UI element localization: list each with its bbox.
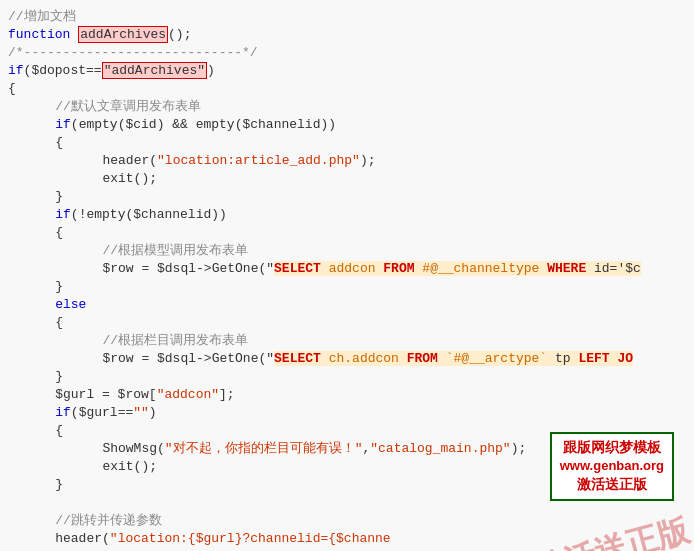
code-line-21: } [0,368,694,386]
code-text: { [8,80,16,98]
code-text: } [24,368,63,386]
code-line-7: if(empty($cid) && empty($channelid)) [0,116,694,134]
code-line-11: } [0,188,694,206]
comment-text: //增加文档 [8,8,76,26]
code-text: if($dopost=="addArchives") [8,62,215,80]
code-line-22: $gurl = $row["addcon"]; [0,386,694,404]
code-text: if(empty($cid) && empty($channelid)) [24,116,336,134]
code-line-20: $row = $dsql->GetOne("SELECT ch.addcon F… [0,350,694,368]
code-text: } [24,278,63,296]
code-text: $gurl = $row["addcon"]; [24,386,235,404]
code-text: { [24,314,63,332]
code-text: exit(); [40,170,157,188]
code-text: if(!empty($channelid)) [24,206,227,224]
code-editor: //增加文档 function addArchives(); /*-------… [0,0,694,551]
code-line-3: /*----------------------------*/ [0,44,694,62]
code-text: { [24,134,63,152]
watermark: 跟版网织梦模板 www.genban.org 激活送正版 [550,432,674,501]
code-text: header("location:article_add.php"); [40,152,376,170]
comment-text: //根据模型调用发布表单 [40,242,248,260]
watermark-line2: 激活送正版 [560,475,664,495]
code-line-15: $row = $dsql->GetOne("SELECT addcon FROM… [0,260,694,278]
code-line-8: { [0,134,694,152]
code-text: $row = $dsql->GetOne("SELECT ch.addcon F… [40,350,633,368]
code-line-16: } [0,278,694,296]
code-text: header("location:{$gurl}?channelid={$cha… [24,530,391,548]
code-line-30: header("location:{$gurl}?channelid={$cha… [0,530,694,548]
code-text: if($gurl=="") [24,404,157,422]
code-line-1: //增加文档 [0,8,694,26]
watermark-line1: 跟版网织梦模板 [560,438,664,458]
watermark-url: www.genban.org [560,457,664,475]
code-line-2: function addArchives(); [0,26,694,44]
code-text: $row = $dsql->GetOne("SELECT addcon FROM… [40,260,641,278]
code-line-19: //根据栏目调用发布表单 [0,332,694,350]
watermark-box: 跟版网织梦模板 www.genban.org 激活送正版 [550,432,674,501]
comment-text: //默认文章调用发布表单 [24,98,201,116]
code-line-14: //根据模型调用发布表单 [0,242,694,260]
code-line-5: { [0,80,694,98]
code-text: function addArchives(); [8,26,191,44]
code-line-6: //默认文章调用发布表单 [0,98,694,116]
code-text [8,494,16,512]
code-line-29: //跳转并传递参数 [0,512,694,530]
code-line-18: { [0,314,694,332]
code-text: } [24,188,63,206]
code-text: { [24,224,63,242]
comment-text: //根据栏目调用发布表单 [40,332,248,350]
code-line-10: exit(); [0,170,694,188]
code-text: { [24,422,63,440]
code-line-23: if($gurl=="") [0,404,694,422]
code-text: exit(); [40,458,157,476]
code-line-12: if(!empty($channelid)) [0,206,694,224]
code-line-9: header("location:article_add.php"); [0,152,694,170]
comment-text: /*----------------------------*/ [8,44,258,62]
code-text: ShowMsg("对不起，你指的栏目可能有误！","catalog_main.p… [40,440,526,458]
comment-text: //跳转并传递参数 [24,512,162,530]
code-line-17: else [0,296,694,314]
code-line-13: { [0,224,694,242]
code-text: else [24,296,86,314]
code-text: } [24,476,63,494]
code-line-4: if($dopost=="addArchives") [0,62,694,80]
